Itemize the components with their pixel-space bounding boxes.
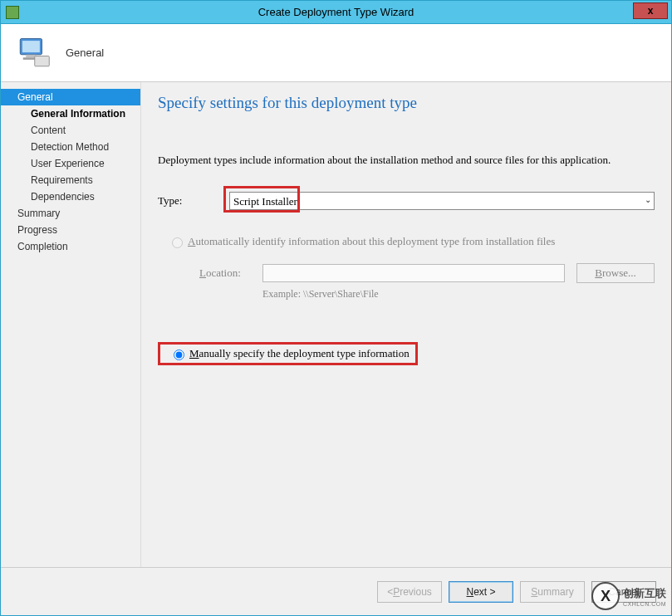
content-heading: Specify settings for this deployment typ… <box>158 94 655 112</box>
sidebar-item-completion[interactable]: Completion <box>1 238 140 255</box>
header: General <box>1 24 671 82</box>
window-title: Create Deployment Type Wizard <box>1 6 671 18</box>
auto-identify-row: Automatically identify information about… <box>158 235 655 248</box>
manual-radio[interactable] <box>174 350 184 360</box>
sidebar-item-progress[interactable]: Progress <box>1 222 140 238</box>
content-pane: Specify settings for this deployment typ… <box>140 82 671 567</box>
computer-icon <box>16 36 51 71</box>
svg-rect-4 <box>35 56 50 66</box>
type-select-wrap: Script Installer ⌄ <box>229 192 655 210</box>
location-row: Location: Browse... <box>158 263 655 283</box>
body: GeneralGeneral InformationContentDetecti… <box>1 82 671 567</box>
sidebar-item-general-information[interactable]: General Information <box>1 105 140 122</box>
close-icon: x <box>648 5 654 17</box>
location-input <box>262 264 565 282</box>
close-button[interactable]: x <box>633 2 668 19</box>
svg-rect-1 <box>22 41 40 52</box>
type-row: Type: Script Installer ⌄ <box>158 192 655 210</box>
auto-radio <box>172 237 183 248</box>
type-select[interactable]: Script Installer <box>229 192 655 210</box>
location-label: Location: <box>199 266 262 280</box>
type-label: Type: <box>158 194 229 208</box>
footer: < Previous Next > Summary Cancel <box>1 567 671 615</box>
sidebar-item-summary[interactable]: Summary <box>1 205 140 222</box>
example-text: Example: \\Server\Share\File <box>158 288 655 301</box>
wizard-window: Create Deployment Type Wizard x General … <box>0 0 672 616</box>
sidebar-item-user-experience[interactable]: User Experience <box>1 155 140 172</box>
browse-button: Browse... <box>576 263 655 283</box>
summary-button: Summary <box>520 581 585 603</box>
auto-label: Automatically identify information about… <box>188 235 555 248</box>
sidebar-item-detection-method[interactable]: Detection Method <box>1 139 140 155</box>
sidebar-item-requirements[interactable]: Requirements <box>1 172 140 188</box>
app-icon <box>6 6 19 19</box>
manual-label: Manually specify the deployment type inf… <box>189 347 410 360</box>
header-title: General <box>66 46 104 59</box>
titlebar: Create Deployment Type Wizard x <box>1 1 671 24</box>
sidebar: GeneralGeneral InformationContentDetecti… <box>1 82 140 567</box>
cancel-button[interactable]: Cancel <box>591 581 656 603</box>
previous-button: < Previous <box>377 581 442 603</box>
content-description: Deployment types include information abo… <box>158 154 655 167</box>
manual-row-wrap: Manually specify the deployment type inf… <box>158 342 418 365</box>
sidebar-item-general[interactable]: General <box>1 89 140 105</box>
next-button[interactable]: Next > <box>449 581 513 603</box>
sidebar-item-dependencies[interactable]: Dependencies <box>1 188 140 205</box>
sidebar-item-content[interactable]: Content <box>1 122 140 139</box>
manual-row[interactable]: Manually specify the deployment type inf… <box>166 347 410 360</box>
